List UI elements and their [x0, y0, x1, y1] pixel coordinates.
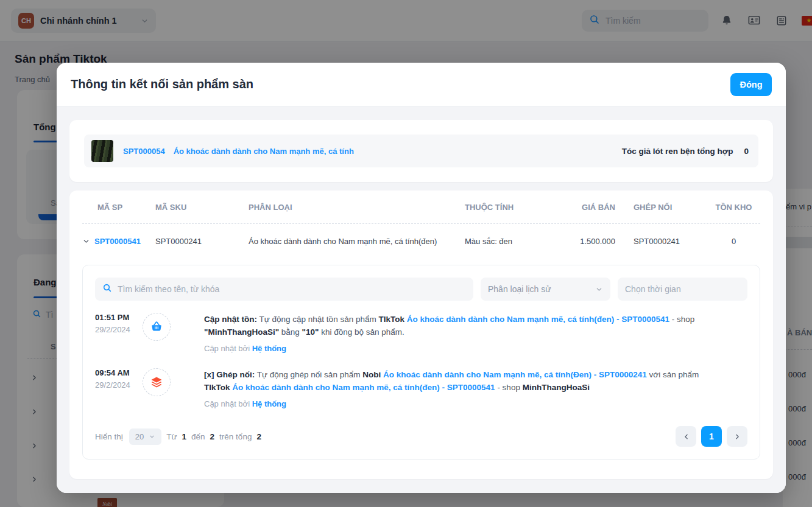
history-time-input[interactable] [625, 284, 740, 294]
history-search-input[interactable] [118, 284, 466, 294]
history-entries: 01:51 PM 29/2/2024 Cập nhật tồn: Tự động… [95, 313, 747, 410]
range-total-label: trên tổng [219, 432, 252, 441]
linked-product: Tóc giả lót ren bện tổng hợp 0 [622, 147, 749, 156]
entry-date: 29/2/2024 [95, 380, 138, 390]
entry-value: "10" [302, 327, 319, 337]
history-entry: 09:54 AM 29/2/2024 [x] Ghép nối: Tự động… [95, 368, 747, 410]
history-type-placeholder: Phân loại lịch sử [488, 284, 551, 294]
product-name-link[interactable]: Áo khoác dành dành cho Nam mạnh mẽ, cá t… [174, 147, 354, 156]
table-header-row: MÃ SP MÃ SKU PHÂN LOẠI THUỘC TÍNH GIÁ BÁ… [82, 191, 760, 224]
col-header-gia-ban: GIÁ BÁN [558, 203, 625, 212]
entry-updated-by: Cập nhật bởi Hệ thống [204, 397, 719, 410]
close-button[interactable]: Đóng [730, 73, 772, 96]
updated-by-label: Cập nhật bởi [204, 344, 250, 353]
entry-product-link[interactable]: Áo khoác dành dành cho Nam mạnh mẽ, cá t… [383, 370, 647, 379]
basket-icon [143, 313, 171, 341]
history-search[interactable] [95, 278, 473, 301]
entry-text-segment: - shop [495, 383, 523, 392]
entry-text-segment: khi đồng bộ sản phẩm. [319, 327, 404, 337]
row-expand-chevron-icon[interactable] [82, 237, 90, 245]
modal-title: Thông tin kết nối sản phẩm sàn [71, 77, 253, 91]
page-size-value: 20 [135, 432, 144, 441]
chevron-down-icon [595, 285, 603, 293]
product-summary-row: SPT000054 Áo khoác dành dành cho Nam mạn… [84, 135, 758, 167]
entry-shop-name: "MinhThangHoaSi" [204, 327, 279, 337]
updated-by-link[interactable]: Hệ thống [252, 399, 286, 408]
history-entry: 01:51 PM 29/2/2024 Cập nhật tồn: Tự động… [95, 313, 747, 355]
entry-date: 29/2/2024 [95, 325, 138, 334]
updated-by-label: Cập nhật bởi [204, 399, 250, 408]
table-row: SPT0000541 SPT0000241 Áo khoác dành dành… [82, 224, 760, 258]
row-ghep-noi: SPT0000241 [625, 237, 707, 246]
entry-action-label: [x] Ghép nối: [204, 370, 255, 379]
range-from-label: Từ [166, 432, 177, 441]
entry-action-label: Cập nhật tồn: [204, 315, 257, 324]
range-from: 1 [182, 432, 187, 441]
col-header-ton-kho: TỒN KHO [707, 203, 760, 212]
entry-updated-by: Cập nhật bởi Hệ thống [204, 342, 719, 355]
sku-table-card: MÃ SP MÃ SKU PHÂN LOẠI THUỘC TÍNH GIÁ BÁ… [69, 191, 773, 479]
sku-table: MÃ SP MÃ SKU PHÂN LOẠI THUỘC TÍNH GIÁ BÁ… [69, 191, 773, 258]
product-summary-card: SPT000054 Áo khoác dành dành cho Nam mạn… [69, 120, 773, 182]
entry-time: 09:54 AM [95, 368, 138, 377]
entry-time: 01:51 PM [95, 313, 138, 322]
modal-header: Thông tin kết nối sản phẩm sàn Đóng [57, 63, 786, 107]
col-header-thuoc-tinh: THUỘC TÍNH [465, 203, 558, 212]
layers-icon [143, 368, 171, 396]
entry-product-link[interactable]: Áo khoác dành dành cho Nam mạnh mẽ, cá t… [232, 383, 495, 392]
connection-info-modal: Thông tin kết nối sản phẩm sàn Đóng SPT0… [57, 63, 786, 493]
entry-text-segment: với sản phẩm [647, 370, 699, 379]
entry-text-segment: Tự động cập nhật tồn sản phẩm [257, 315, 378, 324]
updated-by-link[interactable]: Hệ thống [252, 344, 286, 353]
range-total: 2 [256, 432, 261, 441]
history-time-picker[interactable] [618, 278, 747, 301]
linked-product-name: Tóc giả lót ren bện tổng hợp [622, 147, 733, 156]
entry-timestamp: 01:51 PM 29/2/2024 [95, 313, 138, 355]
col-header-phan-loai: PHÂN LOẠI [249, 203, 465, 212]
entry-text-segment: - shop [669, 315, 694, 324]
search-icon [102, 283, 112, 295]
entry-text: Cập nhật tồn: Tự động cập nhật tồn sản p… [204, 313, 719, 355]
prev-page-button[interactable] [676, 426, 696, 447]
entry-product-link[interactable]: Áo khoác dành dành cho Nam mạnh mẽ, cá t… [407, 315, 669, 324]
row-ton-kho: 0 [707, 237, 760, 246]
page-size-label: Hiển thị [95, 432, 123, 441]
next-page-button[interactable] [727, 426, 747, 447]
range-to-label: đến [191, 432, 205, 441]
history-filters: Phân loại lịch sử [95, 278, 747, 301]
entry-channel-label: TIkTok [378, 315, 406, 324]
row-ma-sku: SPT0000241 [155, 237, 249, 246]
current-page-button[interactable]: 1 [701, 426, 722, 447]
row-gia-ban: 1.500.000 [558, 237, 625, 246]
entry-text-segment: Tự động ghép nối sản phẩm [255, 370, 362, 379]
page-buttons: 1 [676, 426, 747, 447]
range-to: 2 [210, 432, 215, 441]
row-ma-sp-link[interactable]: SPT0000541 [94, 237, 141, 246]
modal-body: SPT000054 Áo khoác dành dành cho Nam mạn… [57, 107, 786, 493]
history-panel: Phân loại lịch sử 01:51 PM 29/2/2024 [82, 265, 760, 460]
entry-timestamp: 09:54 AM 29/2/2024 [95, 368, 138, 410]
product-thumbnail [91, 140, 113, 162]
entry-text-segment: bằng [279, 327, 302, 337]
entry-text: [x] Ghép nối: Tự động ghép nối sản phẩm … [204, 368, 719, 410]
product-code-link[interactable]: SPT000054 [123, 147, 165, 156]
row-thuoc-tinh: Màu sắc: đen [465, 237, 558, 246]
col-header-ma-sku: MÃ SKU [155, 203, 249, 212]
entry-channel-label: TIkTok [204, 383, 232, 392]
row-phan-loai: Áo khoác dành dành cho Nam mạnh mẽ, cá t… [249, 237, 465, 246]
pagination: Hiển thị 20 Từ 1 đến 2 trên tổng 2 1 [95, 426, 747, 447]
col-header-ghep-noi: GHÉP NỐI [625, 203, 707, 212]
page-size-select[interactable]: 20 [129, 428, 161, 445]
history-type-select[interactable]: Phân loại lịch sử [481, 278, 610, 301]
entry-channel-label: Nobi [362, 370, 383, 379]
entry-shop-name: MinhThangHoaSi [523, 383, 590, 392]
linked-product-value: 0 [744, 147, 749, 156]
chevron-down-icon [149, 433, 155, 440]
col-header-ma-sp: MÃ SP [82, 203, 155, 212]
